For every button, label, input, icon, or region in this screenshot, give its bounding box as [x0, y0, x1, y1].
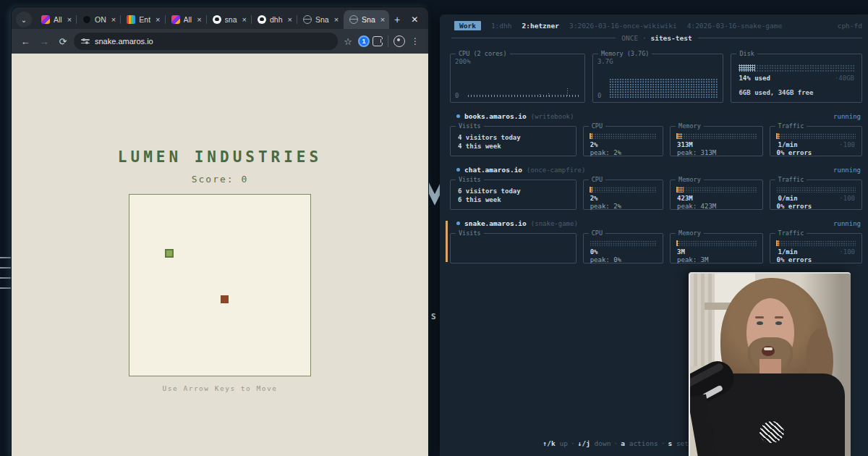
tab-on[interactable]: ON× [77, 10, 120, 29]
tab-ent[interactable]: Ent× [121, 10, 164, 29]
visits-line: 4 this week [456, 142, 571, 151]
status-dot-icon [456, 168, 460, 172]
tab-sna[interactable]: Sna× [297, 10, 343, 29]
profile-avatar-icon[interactable] [393, 35, 405, 47]
tab-label: dhh [270, 15, 283, 24]
site-section-snake[interactable]: snake.amaros.io(snake-game)runningVisits… [450, 219, 862, 263]
window-close-button[interactable]: ✕ [405, 14, 424, 25]
tab-close-icon[interactable]: × [110, 15, 116, 24]
tab-label: Sna [315, 15, 329, 24]
tab-close-icon[interactable]: × [154, 15, 160, 24]
tab-sna[interactable]: sna× [207, 10, 251, 29]
tab-label: ON [95, 15, 106, 24]
tab-all[interactable]: All× [35, 10, 76, 29]
disk-meter-fill [739, 64, 754, 72]
site-panels-row: Visits6 visitors today6 this weekCPU2%pe… [450, 180, 862, 210]
new-tab-button[interactable]: + [390, 12, 404, 27]
memory-graph [609, 78, 719, 98]
onepassword-extension-icon[interactable]: 1 [358, 35, 370, 47]
tmux-hostname: cph-fd [838, 22, 862, 30]
usage-meter [590, 133, 657, 139]
tab-close-icon[interactable]: × [333, 15, 339, 24]
keybind-separator: · [613, 439, 618, 447]
tab-close-icon[interactable]: × [379, 15, 385, 24]
tmux-window[interactable]: 1:dhh [491, 22, 512, 30]
disk-panel: Disk 14% used ·40GB 6GB used, 34GB free [731, 54, 862, 103]
tmux-window[interactable]: 2:hetzner [522, 22, 559, 30]
site-section-chat[interactable]: chat.amaros.io(once-campfire)runningVisi… [450, 166, 862, 210]
disk-meter [739, 64, 854, 72]
cpu-min-label: 0 [455, 92, 459, 99]
site-settings-icon[interactable] [81, 38, 90, 45]
tab-close-icon[interactable]: × [241, 15, 247, 24]
tab-search-button[interactable]: ⌄ [16, 12, 32, 28]
url-text[interactable]: snake.amaros.io [95, 37, 153, 46]
site-app-label: (writebook) [531, 113, 574, 120]
address-bar[interactable]: snake.amaros.io [74, 33, 338, 50]
extensions-icon[interactable] [373, 36, 383, 46]
visits-panel: Visits4 visitors today4 this week [450, 126, 576, 156]
traffic-value: 1/min [777, 141, 798, 149]
browser-window: ⌄ All×ON×Ent×All×sna×dhh×Sna×Sna× + ✕ ← … [12, 7, 428, 456]
visits-line: 6 this week [456, 195, 571, 204]
visits-panel-title: Visits [456, 229, 484, 237]
tab-close-icon[interactable]: × [286, 15, 292, 24]
reload-button[interactable]: ⟳ [55, 33, 71, 49]
browser-menu-icon[interactable]: ⋮ [408, 36, 422, 46]
browser-toolbar: ← → ⟳ snake.amaros.io ☆ 1 ⋮ [12, 29, 428, 54]
person-eyebrow [775, 316, 783, 318]
memory-panel-title: Memory (3.7G) [598, 50, 652, 57]
webcam-overlay [689, 272, 851, 456]
tab-label: All [184, 15, 192, 24]
person-eye [757, 321, 763, 325]
forward-button[interactable]: → [36, 33, 52, 49]
usage-meter [676, 240, 756, 246]
site-section-books[interactable]: books.amaros.io(writebook)runningVisits4… [450, 112, 862, 156]
traffic-value: 0/min [777, 195, 798, 203]
mini-panel-title: Memory [676, 176, 704, 183]
traffic-errors: 0% errors [775, 203, 856, 211]
globe-favicon-icon [303, 15, 312, 24]
tab-sna[interactable]: Sna× [344, 10, 389, 29]
tab-close-icon[interactable]: × [66, 15, 72, 24]
disk-scale-label: ·40GB [835, 75, 854, 82]
game-hint: Use Arrow Keys to Move [163, 384, 278, 392]
github-favicon-icon [258, 15, 266, 24]
tab-dhh[interactable]: dhh× [252, 10, 297, 29]
cpu-peak: peak: 2% [589, 149, 658, 157]
tmux-window[interactable]: 3:2026-03-16-once-wikiwiki [569, 22, 677, 30]
game-board[interactable] [129, 194, 311, 376]
cpu-graph-spike [566, 88, 569, 97]
mini-panel-title: Traffic [775, 176, 807, 183]
cpu-peak: peak: 0% [589, 256, 658, 264]
site-header: chat.amaros.io(once-campfire)running [450, 166, 862, 174]
disk-panel-title: Disk [736, 50, 757, 57]
memory-value: 3M [676, 248, 757, 256]
tab-all[interactable]: All× [166, 10, 206, 29]
status-dot-icon [456, 114, 460, 118]
tmux-session-badge[interactable]: Work [454, 21, 481, 30]
keybind-label: up [556, 439, 568, 447]
keybind-separator: · [571, 439, 575, 447]
usage-meter-fill [676, 133, 682, 139]
traffic-errors: 0% errors [775, 149, 856, 157]
cpu-graph-spike [548, 93, 550, 97]
traffic-scale: ·100 [839, 195, 855, 203]
site-status-badge: running [833, 113, 862, 120]
person-eyebrow [755, 316, 764, 318]
disk-detail-label: 6GB used, 34GB free [739, 89, 813, 96]
game-score: Score: 0 [192, 174, 249, 185]
separator-label: ONCE · sites-test [621, 34, 692, 42]
traffic-value-row: 1/min·100 [775, 248, 856, 256]
bookmark-star-icon[interactable]: ☆ [341, 36, 355, 47]
tab-close-icon[interactable]: × [195, 15, 201, 24]
cpu-graph [468, 95, 580, 97]
visits-line: 4 visitors today [456, 133, 571, 142]
cpu-max-label: 200% [455, 58, 471, 65]
usage-meter-fill [676, 240, 678, 246]
tab-label: All [54, 15, 62, 24]
tmux-window[interactable]: 4:2026-03-16-snake-game [687, 22, 783, 30]
globe-favicon-icon [349, 15, 358, 24]
mem-mini-panel: Memory423Mpeak: 423M [670, 180, 762, 210]
back-button[interactable]: ← [17, 33, 33, 49]
